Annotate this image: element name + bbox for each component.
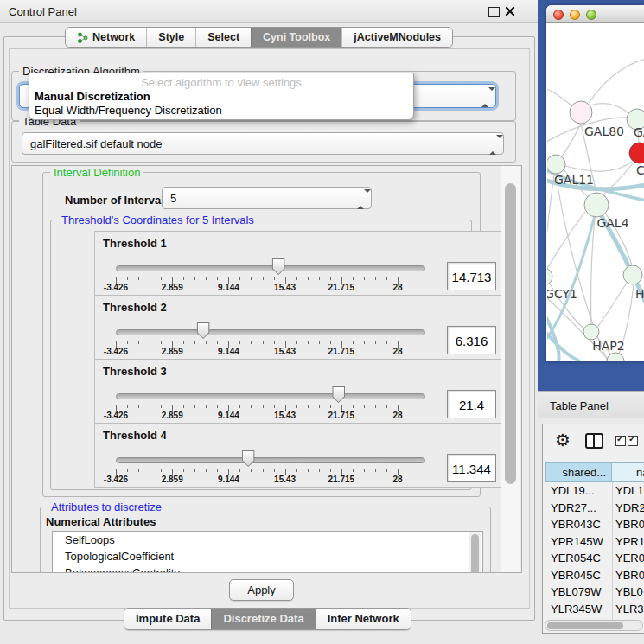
node-h[interactable]: [623, 265, 642, 284]
algorithm-option-manual[interactable]: Manual Discretization: [35, 90, 408, 103]
tab-discretize-data[interactable]: Discretize Data: [211, 609, 315, 629]
checkbox-icon[interactable]: [628, 436, 638, 446]
slider-axis-label: 9.144: [218, 283, 239, 292]
combo-arrows-icon: [489, 138, 495, 149]
algorithm-option-equal-width[interactable]: Equal Width/Frequency Discretization: [35, 104, 408, 117]
threshold-1-slider[interactable]: -3.4262.8599.14415.4321.71528: [116, 232, 398, 295]
column-header-name[interactable]: na: [612, 462, 644, 482]
tab-impute-data[interactable]: Impute Data: [124, 609, 211, 629]
threshold-3-value-field[interactable]: 21.4: [447, 390, 496, 418]
split-columns-icon[interactable]: [585, 433, 603, 449]
table-row[interactable]: YLR345WYLR3: [545, 601, 644, 618]
slider-axis-label: 21.715: [328, 347, 355, 356]
tab-select[interactable]: Select: [195, 28, 251, 47]
cell-shared-name[interactable]: YDR27...: [545, 500, 612, 517]
table-row[interactable]: YBR043CYBR0: [545, 516, 644, 533]
table-row[interactable]: YDR27...YDR2: [545, 500, 644, 517]
threshold-1-panel: Threshold 1 -3.4262.8599.14415.4321.7152…: [94, 231, 503, 296]
slider-axis-label: 21.715: [328, 475, 355, 484]
float-window-icon[interactable]: [488, 7, 500, 17]
tab-impute-data-label: Impute Data: [136, 609, 200, 629]
tab-jactivemnodules[interactable]: jActiveMNodules: [341, 28, 452, 47]
cell-name[interactable]: YLR3: [612, 601, 644, 618]
table-row[interactable]: YBR045CYBR0: [545, 567, 644, 584]
slider-axis-label: 15.43: [274, 411, 296, 420]
close-icon[interactable]: [505, 6, 515, 16]
cell-shared-name[interactable]: YDL19...: [545, 482, 612, 500]
algorithm-dropdown-popup: Select algorithm to view settings Manual…: [29, 73, 414, 120]
panel-title: Control Panel: [9, 5, 77, 18]
column-header-shared-name[interactable]: shared...: [545, 462, 612, 482]
network-window-titlebar[interactable]: [546, 5, 644, 23]
slider-axis-label: 15.43: [274, 475, 296, 484]
threshold-3-slider[interactable]: -3.4262.8599.14415.4321.71528: [116, 360, 398, 423]
table-data-select[interactable]: galFiltered.sif default node: [22, 132, 504, 155]
cell-name[interactable]: YBR0: [612, 567, 644, 584]
cell-shared-name[interactable]: YBR045C: [545, 567, 612, 584]
tab-infer-network[interactable]: Infer Network: [316, 609, 411, 629]
tab-jactivemnodules-label: jActiveMNodules: [354, 28, 441, 47]
node-label-gal11: GAL11: [554, 173, 594, 187]
slider-axis-label: -3.426: [104, 283, 128, 292]
cell-name[interactable]: YDR2: [612, 500, 644, 517]
numerical-attributes-label: Numerical Attributes: [46, 515, 156, 528]
node-selected-red[interactable]: [629, 143, 644, 163]
minimize-window-icon[interactable]: [570, 10, 580, 20]
control-panel-titlebar: Control Panel: [0, 0, 538, 23]
node-hap2[interactable]: [583, 324, 599, 340]
cell-shared-name[interactable]: YBL079W: [545, 583, 612, 601]
gear-icon[interactable]: ⚙: [555, 429, 571, 451]
cell-name[interactable]: YBL0: [612, 583, 644, 601]
threshold-1-value-field[interactable]: 14.713: [447, 262, 496, 290]
node-label-c: C: [636, 163, 644, 177]
threshold-1-slider-thumb[interactable]: [272, 258, 285, 275]
slider-axis-label: 2.859: [162, 411, 183, 420]
attributes-group: Attributes to discretize Numerical Attri…: [40, 507, 491, 573]
table-row[interactable]: YDL19...YDL1: [545, 482, 644, 500]
list-item[interactable]: BetweennessCentrality: [53, 564, 482, 573]
tab-style[interactable]: Style: [146, 28, 195, 47]
tab-cyni-toolbox[interactable]: Cyni Toolbox: [251, 28, 341, 47]
tab-network[interactable]: Network: [66, 28, 146, 47]
checkbox-icon[interactable]: [615, 436, 626, 446]
cell-name[interactable]: YPR1: [612, 533, 644, 551]
network-canvas[interactable]: GAL80 GA C GAL11 GAL4 GCY1 H HAP2: [547, 23, 644, 361]
threshold-2-panel: Threshold 2 -3.4262.8599.14415.4321.7152…: [94, 295, 503, 360]
node-gal11[interactable]: [547, 155, 565, 174]
node-bottom[interactable]: [607, 353, 624, 361]
threshold-4-slider[interactable]: -3.4262.8599.14415.4321.71528: [116, 424, 398, 487]
list-item[interactable]: TopologicalCoefficient: [53, 548, 482, 564]
table-horizontal-scrollbar[interactable]: [545, 620, 643, 631]
cell-name[interactable]: YDL1: [612, 482, 644, 500]
cell-shared-name[interactable]: YER054C: [545, 550, 612, 567]
close-window-icon[interactable]: [553, 10, 564, 20]
table-row[interactable]: YBL079WYBL0: [545, 583, 644, 601]
threshold-4-value-field[interactable]: 11.344: [447, 454, 496, 482]
threshold-2-slider[interactable]: -3.4262.8599.14415.4321.71528: [116, 296, 398, 359]
threshold-2-slider-thumb[interactable]: [197, 322, 210, 339]
threshold-2-value-field[interactable]: 6.316: [447, 326, 496, 354]
cell-shared-name[interactable]: YPR145W: [545, 533, 612, 551]
slider-axis-label: 21.715: [328, 411, 355, 420]
list-item[interactable]: SelfLoops: [53, 532, 482, 548]
cell-name[interactable]: YBR0: [612, 516, 644, 533]
number-of-intervals-select[interactable]: 5: [162, 187, 372, 209]
threshold-4-slider-thumb[interactable]: [242, 450, 255, 467]
table-row[interactable]: YPR145WYPR1: [545, 533, 644, 551]
slider-axis-label: 21.715: [328, 283, 355, 292]
attributes-list-scrollbar[interactable]: [469, 532, 481, 573]
node-gal80[interactable]: [570, 101, 592, 124]
settings-panel-scrollbar[interactable]: [501, 166, 520, 572]
cell-shared-name[interactable]: YLR345W: [545, 601, 612, 618]
zoom-window-icon[interactable]: [586, 10, 596, 20]
slider-axis-label: -3.426: [104, 411, 128, 420]
threshold-3-slider-thumb[interactable]: [332, 386, 345, 403]
attributes-group-label: Attributes to discretize: [48, 501, 165, 513]
slider-axis-labels: -3.4262.8599.14415.4321.71528: [116, 411, 398, 421]
table-row[interactable]: YER054CYER0: [545, 550, 644, 567]
node-gal4[interactable]: [584, 193, 609, 217]
cell-name[interactable]: YER0: [612, 550, 644, 567]
node-gcy1[interactable]: [547, 268, 552, 285]
cell-shared-name[interactable]: YBR043C: [545, 516, 612, 533]
apply-button[interactable]: Apply: [229, 579, 294, 601]
